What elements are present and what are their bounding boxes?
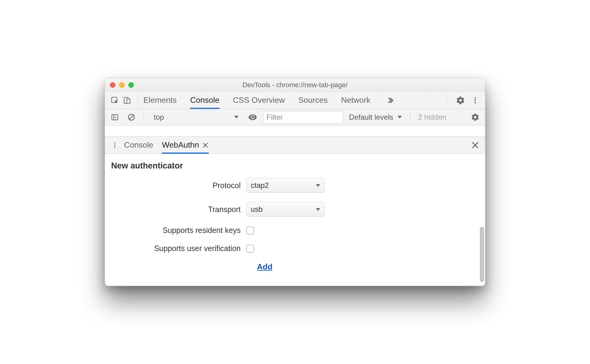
log-levels-select[interactable]: Default levels <box>347 113 404 122</box>
tabstrip-right <box>442 94 481 106</box>
chevron-down-icon <box>316 184 320 187</box>
protocol-row: Protocol ctap2 <box>111 178 479 193</box>
hidden-messages-count[interactable]: 2 hidden <box>416 113 448 122</box>
svg-rect-2 <box>127 99 130 103</box>
sidebar-toggle-icon[interactable] <box>109 111 121 123</box>
minimize-window-button[interactable] <box>119 82 125 88</box>
execution-context-select[interactable]: top <box>150 111 242 123</box>
user-verification-checkbox[interactable] <box>246 245 254 253</box>
user-verification-label: Supports user verification <box>142 244 246 253</box>
scrollbar[interactable] <box>479 157 485 282</box>
new-authenticator-form: Protocol ctap2 Transport usb <box>111 178 479 272</box>
webauthn-panel: New authenticator Protocol ctap2 Transpo… <box>105 154 485 286</box>
resident-keys-row: Supports resident keys <box>111 226 479 235</box>
console-settings-gear-icon[interactable] <box>469 111 481 123</box>
drawer-tabs: Console WebAuthn <box>124 137 209 154</box>
close-window-button[interactable] <box>110 82 115 88</box>
svg-marker-8 <box>115 116 116 118</box>
drawer-kebab-menu-icon[interactable] <box>109 139 121 151</box>
svg-point-12 <box>114 144 115 145</box>
tab-network[interactable]: Network <box>341 92 370 109</box>
chevron-down-icon <box>316 208 320 211</box>
scrollbar-thumb[interactable] <box>480 227 484 282</box>
tab-elements[interactable]: Elements <box>143 92 177 109</box>
drawer-tab-label: WebAuthn <box>162 140 199 150</box>
window-title: DevTools - chrome://new-tab-page/ <box>105 81 485 89</box>
separator <box>144 112 144 122</box>
svg-point-13 <box>114 146 115 148</box>
main-tabs: Elements Console CSS Overview Sources Ne… <box>143 92 442 109</box>
drawer-tab-console[interactable]: Console <box>124 137 153 154</box>
transport-select[interactable]: usb <box>246 202 325 217</box>
protocol-label: Protocol <box>142 181 246 190</box>
tab-css-overview[interactable]: CSS Overview <box>233 92 285 109</box>
close-drawer-icon[interactable] <box>469 139 481 151</box>
main-tabstrip: Elements Console CSS Overview Sources Ne… <box>105 92 485 109</box>
log-levels-label: Default levels <box>349 113 393 122</box>
settings-gear-icon[interactable] <box>454 94 467 106</box>
resident-keys-label: Supports resident keys <box>142 226 246 235</box>
section-title: New authenticator <box>111 161 479 171</box>
svg-point-11 <box>114 142 115 143</box>
add-button[interactable]: Add <box>257 262 273 272</box>
kebab-menu-icon[interactable] <box>469 94 481 106</box>
device-toolbar-icon[interactable] <box>121 94 133 106</box>
separator <box>447 95 447 106</box>
filter-input[interactable] <box>263 111 343 123</box>
svg-point-4 <box>475 99 476 101</box>
close-tab-icon[interactable] <box>202 142 209 149</box>
clear-console-icon[interactable] <box>125 111 138 123</box>
transport-value: usb <box>251 205 263 214</box>
devtools-window: DevTools - chrome://new-tab-page/ Elemen… <box>105 78 485 286</box>
chevron-down-icon <box>398 116 402 118</box>
protocol-value: ctap2 <box>251 181 269 190</box>
more-tabs-icon[interactable] <box>384 94 396 106</box>
execution-context-value: top <box>154 113 164 122</box>
protocol-select[interactable]: ctap2 <box>246 178 325 193</box>
svg-line-10 <box>130 115 134 119</box>
transport-label: Transport <box>142 205 246 214</box>
chevron-down-icon <box>234 116 239 118</box>
separator <box>138 95 138 106</box>
live-expression-icon[interactable] <box>246 111 259 123</box>
inspect-element-icon[interactable] <box>109 94 121 106</box>
titlebar: DevTools - chrome://new-tab-page/ <box>105 78 485 92</box>
svg-point-3 <box>475 97 476 99</box>
user-verification-row: Supports user verification <box>111 244 479 253</box>
svg-point-5 <box>475 102 476 103</box>
separator <box>410 112 410 122</box>
resident-keys-checkbox[interactable] <box>246 227 254 234</box>
drawer-tab-label: Console <box>124 140 153 150</box>
drawer-tabstrip: Console WebAuthn <box>105 137 485 154</box>
traffic-lights <box>105 82 134 88</box>
drawer-tab-webauthn[interactable]: WebAuthn <box>162 137 209 154</box>
transport-row: Transport usb <box>111 202 479 217</box>
console-output <box>105 126 485 137</box>
svg-rect-6 <box>112 114 118 120</box>
tab-sources[interactable]: Sources <box>298 92 328 109</box>
zoom-window-button[interactable] <box>128 82 134 88</box>
console-toolbar: top Default levels 2 hidden <box>105 109 485 126</box>
add-row: Add <box>111 262 479 272</box>
tab-console[interactable]: Console <box>190 92 219 109</box>
